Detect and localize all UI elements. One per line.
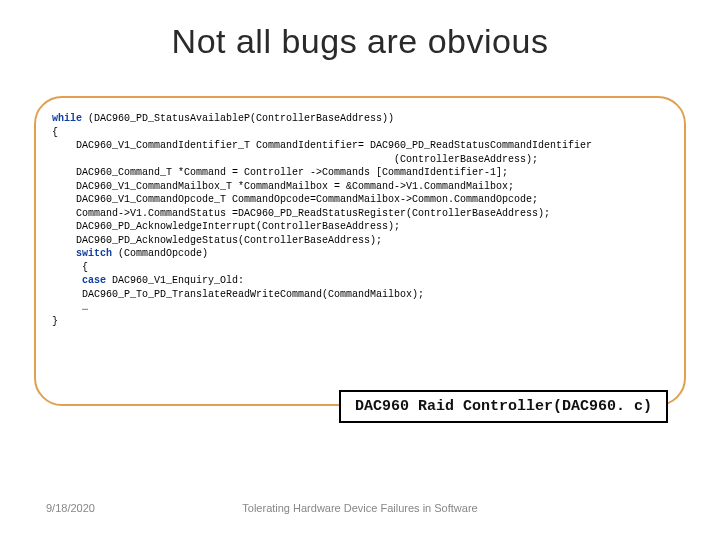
- kw-while: while: [52, 113, 88, 124]
- slide-footer: Tolerating Hardware Device Failures in S…: [0, 502, 720, 514]
- code-line: DAC960_V1_CommandIdentifier_T CommandIde…: [52, 140, 592, 151]
- code-line: (ControllerBaseAddress);: [52, 154, 538, 165]
- kw-case: case: [52, 275, 112, 286]
- code-panel: while (DAC960_PD_StatusAvailableP(Contro…: [34, 96, 686, 406]
- kw-switch: switch: [52, 248, 118, 259]
- code-line: DAC960_P_To_PD_TranslateReadWriteCommand…: [52, 289, 424, 300]
- code-line: {: [52, 262, 88, 273]
- code-line: …: [52, 302, 88, 313]
- slide: Not all bugs are obvious while (DAC960_P…: [0, 0, 720, 540]
- code-line: }: [52, 316, 58, 327]
- code-line: DAC960_Command_T *Command = Controller -…: [52, 167, 508, 178]
- code-block: while (DAC960_PD_StatusAvailableP(Contro…: [52, 112, 668, 328]
- code-line: (CommandOpcode): [118, 248, 208, 259]
- code-line: DAC960_V1_CommandOpcode_T CommandOpcode=…: [52, 194, 538, 205]
- code-line: DAC960_V1_CommandMailbox_T *CommandMailb…: [52, 181, 514, 192]
- code-line: {: [52, 127, 58, 138]
- code-line: Command->V1.CommandStatus =DAC960_PD_Rea…: [52, 208, 550, 219]
- slide-title: Not all bugs are obvious: [0, 0, 720, 61]
- code-line: DAC960_PD_AcknowledgeStatus(ControllerBa…: [52, 235, 382, 246]
- code-line: (DAC960_PD_StatusAvailableP(ControllerBa…: [88, 113, 394, 124]
- code-caption: DAC960 Raid Controller(DAC960. c): [339, 390, 668, 423]
- code-line: DAC960_PD_AcknowledgeInterrupt(Controlle…: [52, 221, 400, 232]
- code-line: DAC960_V1_Enquiry_Old:: [112, 275, 244, 286]
